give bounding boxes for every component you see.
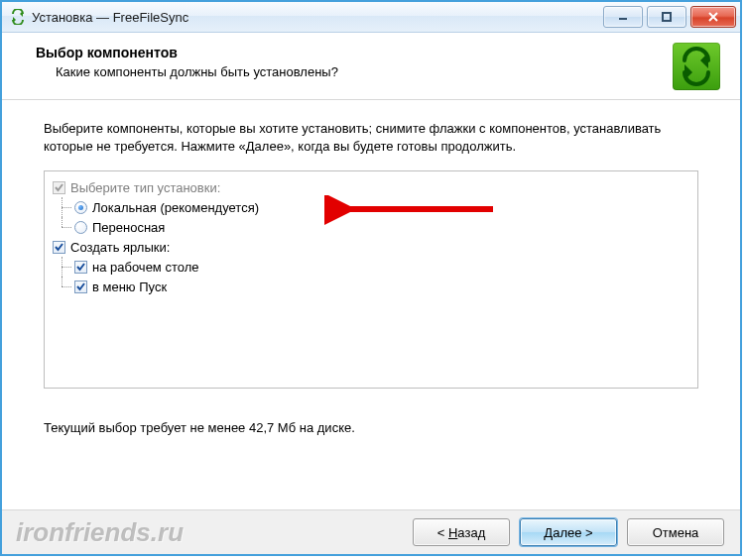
shortcut-desktop-label: на рабочем столе <box>92 260 199 275</box>
svg-marker-4 <box>700 53 708 68</box>
maximize-button[interactable] <box>647 6 686 28</box>
svg-rect-3 <box>663 13 671 21</box>
next-button[interactable]: Далее > <box>520 518 617 546</box>
checkbox-icon <box>74 261 87 274</box>
install-type-portable-label: Переносная <box>92 220 165 235</box>
checkbox-icon <box>53 181 65 194</box>
install-type-checkbox: Выберите тип установки: <box>53 177 689 197</box>
checkbox-icon <box>53 241 65 254</box>
shortcut-desktop[interactable]: на рабочем столе <box>53 257 689 277</box>
install-type-label: Выберите тип установки: <box>70 180 220 195</box>
shortcut-startmenu-label: в меню Пуск <box>92 280 167 294</box>
close-button[interactable] <box>690 6 736 28</box>
install-type-local-label: Локальная (рекомендуется) <box>92 200 259 215</box>
wizard-body: Выберите компоненты, которые вы хотите у… <box>2 100 740 445</box>
install-type-portable[interactable]: Переносная <box>53 217 689 237</box>
page-subtitle: Какие компоненты должны быть установлены… <box>56 64 722 79</box>
minimize-button[interactable] <box>603 6 643 28</box>
back-button[interactable]: < Назад <box>413 518 510 546</box>
svg-marker-5 <box>684 64 692 80</box>
shortcuts-checkbox[interactable]: Создать ярлыки: <box>53 237 689 257</box>
window-title: Установка — FreeFileSync <box>32 10 599 25</box>
product-logo <box>673 43 720 90</box>
titlebar: Установка — FreeFileSync <box>2 2 740 33</box>
components-panel: Выберите тип установки: Локальная (реком… <box>44 170 698 389</box>
shortcut-startmenu[interactable]: в меню Пуск <box>53 277 689 296</box>
wizard-header: Выбор компонентов Какие компоненты должн… <box>2 33 740 91</box>
wizard-footer: < Назад Далее > Отмена <box>2 509 740 554</box>
checkbox-icon <box>74 280 87 293</box>
radio-icon <box>74 221 87 234</box>
svg-marker-0 <box>20 11 23 17</box>
instruction-text: Выберите компоненты, которые вы хотите у… <box>44 120 698 155</box>
svg-rect-2 <box>619 18 627 20</box>
page-title: Выбор компонентов <box>36 45 722 60</box>
installer-window: Установка — FreeFileSync Выбор компонент… <box>0 0 742 556</box>
svg-marker-1 <box>13 17 16 23</box>
radio-icon <box>74 201 87 214</box>
install-type-local[interactable]: Локальная (рекомендуется) <box>53 197 689 217</box>
shortcuts-label: Создать ярлыки: <box>70 240 170 255</box>
cancel-button[interactable]: Отмена <box>627 518 724 546</box>
disk-requirement: Текущий выбор требует не менее 42,7 Мб н… <box>44 420 698 435</box>
app-icon <box>10 9 26 25</box>
